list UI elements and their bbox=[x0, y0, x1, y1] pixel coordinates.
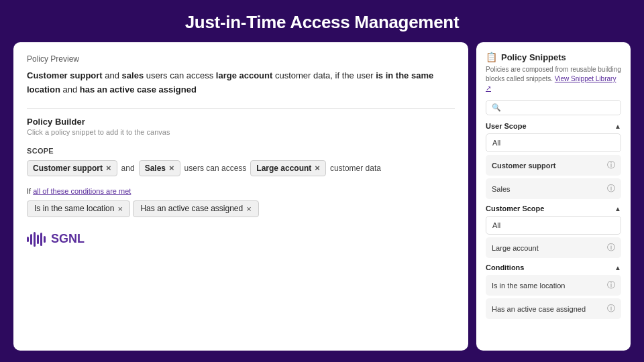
tag-customer-support-close[interactable]: × bbox=[106, 164, 111, 172]
user-scope-customer-support[interactable]: Customer support ⓘ bbox=[486, 155, 621, 176]
condition-active-case-close[interactable]: × bbox=[246, 204, 252, 214]
right-panel: 📋 Policy Snippets Policies are composed … bbox=[476, 42, 631, 351]
tag-customer-support-label: Customer support bbox=[33, 164, 103, 173]
tag-large-account[interactable]: Large account × bbox=[250, 160, 326, 176]
user-scope-title: User Scope bbox=[486, 122, 527, 130]
preview-customer-support: Customer support bbox=[27, 70, 103, 80]
conditions-link[interactable]: all of these conditions are met bbox=[33, 187, 131, 195]
snippets-subtitle: Policies are composed from reusable buil… bbox=[486, 65, 621, 93]
tag-sales[interactable]: Sales × bbox=[139, 160, 180, 176]
scope-row: Customer support × and Sales × users can… bbox=[27, 160, 455, 176]
policy-builder-title: Policy Builder bbox=[27, 117, 455, 127]
conditions-section: Conditions ▲ Is in the same location ⓘ H… bbox=[486, 263, 621, 319]
user-scope-customer-support-info[interactable]: ⓘ bbox=[607, 160, 615, 171]
customer-scope-header[interactable]: Customer Scope ▲ bbox=[486, 204, 621, 213]
search-icon: 🔍 bbox=[492, 103, 501, 112]
conditions-label: If all of these conditions are met bbox=[27, 187, 455, 195]
page-title: Just-in-Time Access Management bbox=[185, 0, 460, 42]
tag-sales-close[interactable]: × bbox=[169, 164, 174, 172]
tag-sales-label: Sales bbox=[145, 164, 166, 173]
logo-text: SGNL bbox=[51, 232, 85, 246]
snippets-title: Policy Snippets bbox=[501, 52, 566, 62]
user-scope-sales[interactable]: Sales ⓘ bbox=[486, 178, 621, 199]
scope-customer-data-text: customer data bbox=[330, 164, 381, 173]
condition-active-case-label: Has an active case assigned bbox=[140, 204, 243, 213]
waveform-logo-icon bbox=[27, 232, 46, 247]
conditions-header[interactable]: Conditions ▲ bbox=[486, 263, 621, 272]
conditions-same-location-label: Is in the same location bbox=[492, 282, 565, 290]
user-scope-chevron: ▲ bbox=[614, 123, 621, 130]
policy-preview-label: Policy Preview bbox=[27, 54, 455, 64]
divider bbox=[27, 108, 455, 109]
snippets-book-icon: 📋 bbox=[486, 52, 497, 62]
policy-builder-subtitle: Click a policy snippet to add it to the … bbox=[27, 128, 455, 136]
customer-scope-chevron: ▲ bbox=[614, 205, 621, 213]
preview-large-account: large account bbox=[216, 70, 273, 80]
customer-scope-large-account[interactable]: Large account ⓘ bbox=[486, 237, 621, 258]
condition-location-label: Is in the same location bbox=[34, 204, 114, 213]
tag-customer-support[interactable]: Customer support × bbox=[27, 160, 117, 176]
search-input[interactable] bbox=[504, 104, 615, 112]
scope-access-text: users can access bbox=[184, 164, 247, 173]
logo-area: SGNL bbox=[27, 232, 455, 247]
snippets-scroll: User Scope ▲ All Customer support ⓘ Sale… bbox=[486, 122, 621, 344]
conditions-title: Conditions bbox=[486, 263, 524, 272]
conditions-same-location[interactable]: Is in the same location ⓘ bbox=[486, 275, 621, 296]
condition-tags-container: Is in the same location × Has an active … bbox=[27, 200, 455, 221]
customer-scope-large-account-label: Large account bbox=[492, 244, 539, 252]
conditions-same-location-info[interactable]: ⓘ bbox=[607, 280, 615, 291]
conditions-active-case-info[interactable]: ⓘ bbox=[607, 303, 615, 314]
user-scope-header[interactable]: User Scope ▲ bbox=[486, 122, 621, 130]
conditions-active-case-label: Has an active case assigned bbox=[492, 305, 586, 313]
customer-scope-section: Customer Scope ▲ All Large account ⓘ bbox=[486, 204, 621, 258]
user-scope-all[interactable]: All bbox=[486, 133, 621, 152]
tag-large-account-close[interactable]: × bbox=[315, 164, 320, 172]
preview-sales: sales bbox=[122, 70, 144, 80]
scope-and-text: and bbox=[121, 164, 135, 173]
snippets-header: 📋 Policy Snippets bbox=[486, 52, 621, 62]
conditions-chevron: ▲ bbox=[614, 264, 621, 272]
tag-large-account-label: Large account bbox=[256, 164, 311, 173]
policy-preview-text: Customer support and sales users can acc… bbox=[27, 69, 455, 97]
scope-label: Scope bbox=[27, 147, 455, 155]
left-panel: Policy Preview Customer support and sale… bbox=[13, 42, 468, 351]
search-box: 🔍 bbox=[486, 100, 621, 115]
preview-active-case: has an active case assigned bbox=[80, 84, 197, 95]
snippet-library-link[interactable]: View Snippet Library ↗ bbox=[486, 75, 616, 92]
condition-tag-location[interactable]: Is in the same location × bbox=[27, 200, 130, 217]
main-container: Policy Preview Customer support and sale… bbox=[13, 42, 631, 351]
user-scope-customer-support-label: Customer support bbox=[492, 162, 555, 170]
user-scope-sales-label: Sales bbox=[492, 185, 511, 193]
user-scope-section: User Scope ▲ All Customer support ⓘ Sale… bbox=[486, 122, 621, 199]
customer-scope-all[interactable]: All bbox=[486, 216, 621, 235]
user-scope-sales-info[interactable]: ⓘ bbox=[607, 183, 615, 194]
customer-scope-large-account-info[interactable]: ⓘ bbox=[607, 242, 615, 253]
conditions-active-case[interactable]: Has an active case assigned ⓘ bbox=[486, 298, 621, 319]
customer-scope-title: Customer Scope bbox=[486, 204, 544, 213]
condition-location-close[interactable]: × bbox=[117, 204, 123, 214]
condition-tag-active-case[interactable]: Has an active case assigned × bbox=[133, 200, 258, 217]
